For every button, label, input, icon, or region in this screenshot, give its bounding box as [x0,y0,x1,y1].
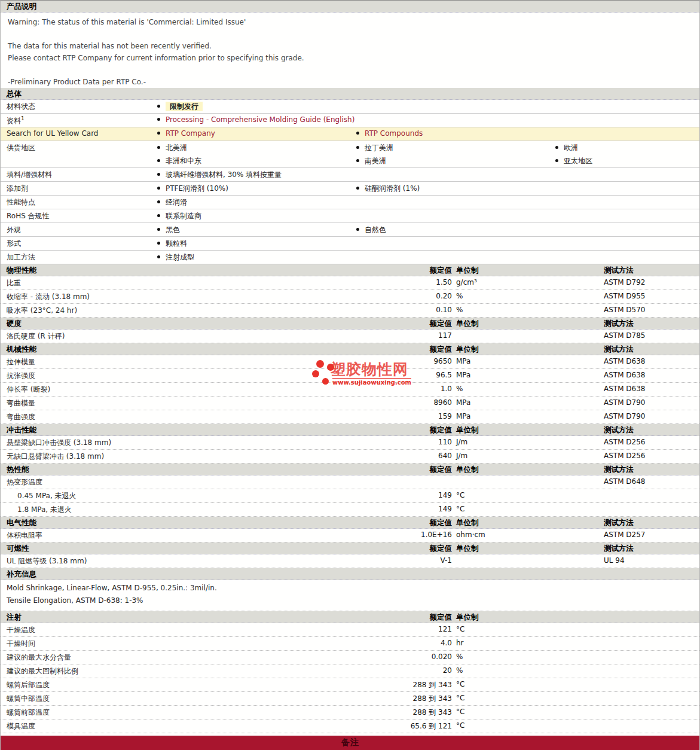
row-label-text: 加工方法 [7,253,35,261]
property-value: 9650 [1,357,452,365]
property-value: 4.0 [1,639,452,647]
test-method: ASTM D785 [604,331,645,340]
property-row-5: 螺筒中部温度288 到 343°C [1,692,699,706]
bullet-icon [356,228,359,231]
property-row-2: 1.8 MPa, 未退火149°C [1,503,699,517]
status-badge: 限制发行 [157,102,203,112]
section-header-hardness: 硬度额定值单位制测试方法 [1,318,699,330]
bullet-text: RTP Company [166,129,215,138]
bullet-text: 联系制造商 [166,212,201,220]
column-header-unit: 单位制 [456,611,479,623]
property-value: 1.0E+16 [1,531,452,539]
general-row-6: 性能特点经润滑 [1,196,699,209]
bullet-text: 注射成型 [166,253,194,261]
row-label: 供货地区 [7,143,35,153]
description-line: The data for this material has not been … [8,40,699,52]
property-unit: MPa [456,357,470,365]
bullet-item: 北美洲 [157,143,187,153]
supplemental-text-block: Mold Shrinkage, Linear-Flow, ASTM D-955,… [1,580,699,611]
general-row-9: 形式颗粒料 [1,237,699,251]
property-value: 288 到 343 [1,708,452,718]
bullet-item: 非洲和中东 [157,156,201,166]
bullet-icon [157,132,160,135]
property-value: 149 [1,491,452,499]
section-header-flammability: 可燃性额定值单位制测试方法 [1,542,699,554]
property-value: 288 到 343 [1,680,452,690]
link-item[interactable]: RTP Compounds [356,129,423,138]
test-method: ASTM D648 [604,477,645,486]
property-value: 0.10 [1,306,452,314]
property-unit: hr [456,639,464,647]
section-title: 产品说明 [7,2,36,11]
property-unit: % [456,666,463,675]
section-header-injection: 注射额定值单位制 [1,611,699,623]
section-title: 补充信息 [7,569,36,578]
description-line: -Preliminary Product Data per RTP Co.- [8,76,699,88]
property-row-0: 干燥温度121°C [1,623,699,637]
property-row-0: 比重1.50g/cm³ASTM D792 [1,276,699,290]
property-row-0: 洛氏硬度 (R 计秤)117ASTM D785 [1,330,699,343]
bullet-item: 黑色 [157,225,180,235]
bullet-icon [157,146,160,149]
property-unit: g/cm³ [456,278,477,286]
row-label-text: 供货地区 [7,144,35,152]
row-label: 添加剂 [7,184,28,194]
section-header-impact: 冲击性能额定值单位制测试方法 [1,424,699,436]
supplemental-line: Tensile Elongation, ASTM D-638: 1-3% [1,594,699,607]
test-method: ASTM D256 [604,438,645,446]
description-line [8,64,699,76]
property-row-0: 拉伸模量9650MPaASTM D638 [1,355,699,369]
bullet-item: 经润滑 [157,197,187,208]
column-header-value: 额定值 [1,542,452,554]
column-header-test: 测试方法 [604,464,634,475]
property-row-4: 弯曲强度159MPaASTM D790 [1,410,699,424]
property-row-2: 建议的最大水分含量0.020% [1,651,699,664]
link-item[interactable]: RTP Company [157,129,215,138]
bullet-text: 亚太地区 [564,157,592,165]
bullet-text: 自然色 [365,225,386,234]
property-unit: °C [456,625,464,633]
general-row-1: 资料1Processing - Comprehensive Molding Gu… [1,114,699,127]
bullet-text: 硅酮润滑剂 (1%) [365,184,420,193]
general-row-2: Search for UL Yellow CardRTP CompanyRTP … [1,127,699,141]
column-header-unit: 单位制 [456,424,479,435]
property-value: 149 [1,505,452,513]
bullet-item: 拉丁美洲 [356,143,393,153]
row-label-text: 添加剂 [7,184,28,193]
property-value: V-1 [1,556,452,565]
column-header-test: 测试方法 [604,542,634,554]
row-label-text: RoHS 合规性 [7,212,50,220]
column-header-test: 测试方法 [604,318,634,329]
column-header-unit: 单位制 [456,464,479,475]
product-description-text: Warning: The status of this material is … [1,13,699,88]
row-label-text: 材料状态 [7,102,35,111]
bullet-icon [356,159,359,162]
bullet-item: 自然色 [356,225,386,235]
bullet-icon [157,200,160,203]
link-item[interactable]: Processing - Comprehensive Molding Guide… [157,115,354,124]
general-row-0: 材料状态限制发行 [1,100,699,114]
section-header-supplemental: 补充信息 [1,568,699,580]
bullet-text: 南美洲 [365,157,386,165]
bullet-text: 限制发行 [166,102,203,111]
row-label: 形式 [7,239,21,249]
row-label: 资料1 [7,115,25,126]
property-row-4: 螺筒后部温度288 到 343°C [1,678,699,692]
property-value: 1.0 [1,385,452,393]
property-row-3: 弯曲模量8960MPaASTM D790 [1,397,699,410]
bullet-text: Processing - Comprehensive Molding Guide… [166,115,354,124]
bullet-icon [157,159,160,162]
bullet-icon [356,132,359,135]
column-header-test: 测试方法 [604,343,634,355]
row-label: RoHS 合规性 [7,211,50,221]
bullet-icon [157,242,160,245]
bullet-item: 南美洲 [356,156,386,166]
general-row-4: 填料/增强材料玻璃纤维增强材料, 30% 填料按重量 [1,168,699,182]
property-value: 96.5 [1,371,452,379]
property-unit: °C [456,694,464,702]
property-value: 117 [1,331,452,340]
bullet-item: 颗粒料 [157,239,187,249]
column-header-value: 额定值 [1,264,452,276]
row-label: 材料状态 [7,102,35,112]
bullet-icon [157,173,160,176]
